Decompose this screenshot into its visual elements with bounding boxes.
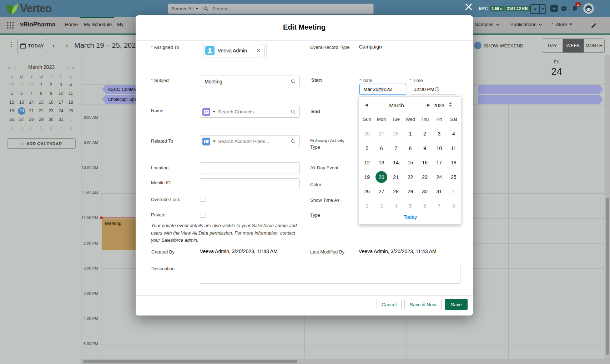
day-cell[interactable]: 9: [418, 141, 432, 156]
prev-week-button[interactable]: ‹: [52, 42, 55, 50]
day-cell[interactable]: 5: [360, 141, 374, 156]
horizontal-scrollbar-thumb[interactable]: [83, 360, 297, 363]
day-cell[interactable]: 27: [374, 127, 388, 141]
user-avatar[interactable]: [583, 3, 594, 14]
day-cell[interactable]: 7: [56, 124, 66, 132]
day-cell[interactable]: 15: [403, 155, 417, 170]
next-month-icon[interactable]: ▶: [427, 102, 430, 107]
prev-month-icon[interactable]: ‹: [12, 65, 17, 70]
day-cell[interactable]: 28: [26, 81, 36, 89]
day-cell[interactable]: 28: [389, 184, 403, 199]
day-cell[interactable]: 31: [432, 184, 446, 199]
day-cell[interactable]: 7: [26, 89, 36, 98]
day-cell[interactable]: 21: [389, 170, 403, 185]
day-cell[interactable]: 10: [432, 141, 446, 156]
day-cell[interactable]: 5: [403, 199, 417, 214]
today-button[interactable]: TODAY: [17, 39, 47, 53]
view-month[interactable]: MONTH: [584, 39, 604, 52]
day-cell[interactable]: 7: [389, 141, 403, 156]
day-cell[interactable]: 4: [66, 81, 76, 89]
day-cell[interactable]: 18: [66, 98, 76, 107]
day-cell[interactable]: 2: [7, 124, 17, 132]
global-search[interactable]: Search: All Search...: [168, 4, 374, 14]
previous-month-icon[interactable]: ◀: [365, 102, 368, 107]
tab-my-schedule[interactable]: My Schedule: [84, 22, 112, 27]
next-year-icon[interactable]: »: [70, 65, 76, 70]
day-cell[interactable]: 29: [36, 115, 46, 124]
day-cell[interactable]: 3: [432, 127, 446, 141]
day-cell[interactable]: 6: [374, 141, 388, 156]
day-cell[interactable]: 7: [432, 199, 446, 214]
day-cell[interactable]: 8: [36, 89, 46, 98]
star-icon[interactable]: ★: [531, 5, 540, 13]
day-cell[interactable]: 8: [447, 199, 461, 214]
day-cell[interactable]: 12: [360, 155, 374, 170]
picker-today-link[interactable]: Today: [359, 214, 462, 220]
day-cell[interactable]: 29: [403, 184, 417, 199]
view-week[interactable]: WEEK: [563, 39, 584, 52]
global-actions-button[interactable]: +: [550, 5, 558, 12]
stepper-up-icon[interactable]: [449, 102, 452, 104]
day-cell[interactable]: 17: [432, 155, 446, 170]
day-cell[interactable]: 26: [360, 184, 374, 199]
picker-year-value[interactable]: 2023: [433, 103, 444, 108]
day-cell[interactable]: 27: [17, 115, 27, 124]
day-cell[interactable]: 16: [46, 98, 56, 107]
tab-more[interactable]: * More: [551, 22, 572, 27]
day-cell[interactable]: 17: [56, 98, 66, 107]
clock-icon[interactable]: [434, 87, 440, 92]
day-cell[interactable]: 30: [418, 184, 432, 199]
kebab-menu-icon[interactable]: ⋮: [9, 41, 15, 48]
day-cell[interactable]: 2: [46, 81, 56, 89]
mobile-id-input[interactable]: [200, 178, 300, 189]
day-cell[interactable]: 22: [36, 107, 46, 115]
save-button[interactable]: Save: [445, 299, 468, 310]
day-cell[interactable]: 25: [66, 107, 76, 115]
day-cell[interactable]: 14: [26, 98, 36, 107]
day-cell-selected[interactable]: 20: [374, 170, 388, 185]
tab-truncated[interactable]: My: [117, 22, 123, 27]
day-cell[interactable]: 5: [36, 124, 46, 132]
day-cell[interactable]: 11: [447, 141, 461, 156]
favorites-control[interactable]: ★: [530, 4, 546, 14]
name-combobox[interactable]: Search Contacts...: [200, 106, 300, 118]
view-day[interactable]: DAY: [542, 39, 563, 52]
day-cell[interactable]: 25: [447, 170, 461, 185]
next-week-button[interactable]: ›: [66, 42, 68, 50]
day-cell[interactable]: 22: [403, 170, 417, 185]
start-time-input[interactable]: 12:00 PM: [410, 84, 456, 95]
day-cell[interactable]: 27: [17, 81, 27, 89]
day-cell[interactable]: 3: [374, 199, 388, 214]
vertical-scrollbar-thumb[interactable]: [606, 198, 609, 355]
add-calendar-button[interactable]: + ADD CALENDAR: [7, 138, 76, 149]
assigned-to-pill[interactable]: Veeva Admin ✕: [203, 44, 264, 57]
stepper-down-icon[interactable]: [449, 105, 452, 107]
cancel-button[interactable]: Cancel: [377, 299, 402, 310]
day-cell[interactable]: 30: [46, 115, 56, 124]
show-weekend-toggle[interactable]: [474, 42, 482, 49]
day-cell[interactable]: 4: [26, 124, 36, 132]
day-cell[interactable]: 2: [360, 199, 374, 214]
day-cell[interactable]: 26: [7, 115, 17, 124]
prev-year-icon[interactable]: «: [6, 65, 12, 70]
day-header-number[interactable]: 24: [509, 66, 605, 77]
gear-icon[interactable]: [560, 5, 567, 12]
day-cell[interactable]: 1: [403, 127, 417, 141]
day-cell[interactable]: 3: [56, 81, 66, 89]
remove-icon[interactable]: ✕: [256, 48, 261, 53]
description-textarea[interactable]: [200, 262, 460, 284]
day-cell[interactable]: 15: [36, 98, 46, 107]
day-cell[interactable]: 6: [46, 124, 56, 132]
day-cell[interactable]: 24: [56, 107, 66, 115]
calendar-icon[interactable]: [378, 87, 383, 92]
day-cell[interactable]: 28: [389, 127, 403, 141]
close-overlay-icon[interactable]: [464, 2, 473, 11]
favorites-caret[interactable]: [540, 5, 545, 13]
tab-samples[interactable]: Samples: [475, 22, 499, 27]
day-cell[interactable]: 26: [7, 81, 17, 89]
private-checkbox[interactable]: [200, 212, 206, 218]
override-lock-checkbox[interactable]: [200, 196, 206, 202]
all-day-event-pill-continuation[interactable]: [478, 85, 603, 94]
day-cell[interactable]: 9: [46, 89, 56, 98]
day-cell[interactable]: 2: [418, 127, 432, 141]
